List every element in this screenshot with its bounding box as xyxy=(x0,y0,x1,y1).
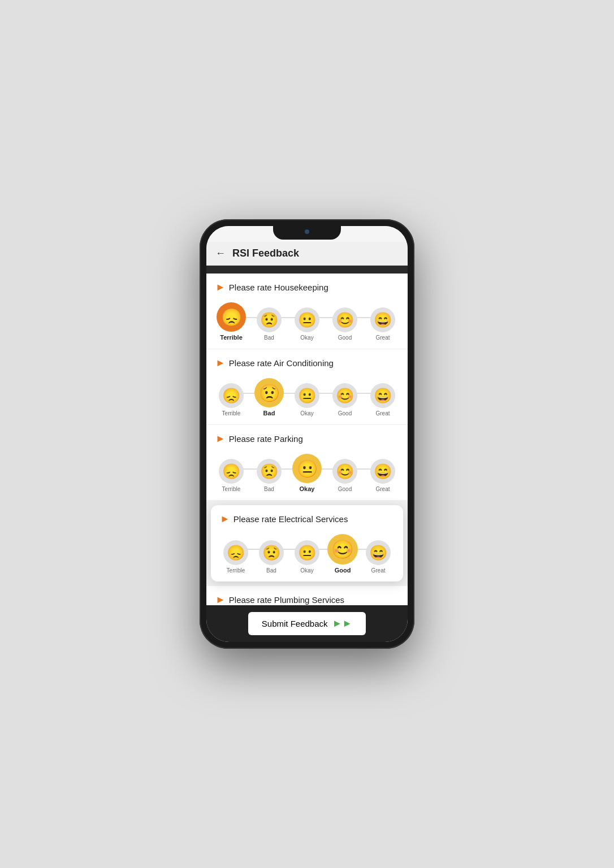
rating-okay[interactable]: 😐 Okay xyxy=(291,307,323,341)
emoji-face-bad-parking: 😟 xyxy=(257,459,282,484)
back-button[interactable]: ← xyxy=(215,248,226,259)
rating-good[interactable]: 😊 Good xyxy=(329,307,361,341)
submit-button[interactable]: Submit Feedback ►► xyxy=(248,612,366,635)
section-title-parking: ► Please rate Parking xyxy=(215,433,399,445)
emoji-label-good: Good xyxy=(338,335,352,341)
rating-terrible-ac[interactable]: 😞 Terrible xyxy=(215,383,247,416)
emoji-label-okay-elec: Okay xyxy=(300,567,313,574)
emoji-label-good-parking: Good xyxy=(338,486,352,492)
emoji-label-great: Great xyxy=(375,335,390,341)
emoji-label-great-elec: Great xyxy=(371,567,385,574)
emoji-face-great-parking: 😄 xyxy=(370,459,395,484)
emoji-face-terrible-elec: 😞 xyxy=(223,540,248,565)
section-plumbing: ► Please rate Plumbing Services 😞 Terrib… xyxy=(206,586,408,605)
rating-great-parking[interactable]: 😄 Great xyxy=(367,459,399,492)
emoji-label-good-ac: Good xyxy=(338,410,352,416)
emoji-face-terrible-ac: 😞 xyxy=(219,383,244,408)
section-housekeeping: ► Please rate Housekeeping 😞 Terrible 😟 … xyxy=(206,274,408,349)
chevron-icon-plumbing: ► xyxy=(215,594,226,605)
rating-bad-elec[interactable]: 😟 Bad xyxy=(256,540,287,574)
emoji-label-bad: Bad xyxy=(264,335,274,341)
section-electrical: ► Please rate Electrical Services 😞 Terr… xyxy=(211,505,403,581)
emoji-row-ac: 😞 Terrible 😟 Bad 😐 Okay 😊 Good xyxy=(215,376,399,419)
scroll-content[interactable]: ► Please rate Housekeeping 😞 Terrible 😟 … xyxy=(206,274,408,605)
emoji-face-good-ac: 😊 xyxy=(332,383,357,408)
emoji-row-electrical: 😞 Terrible 😟 Bad 😐 Okay 😊 xyxy=(220,532,394,576)
rating-terrible[interactable]: 😞 Terrible xyxy=(215,302,247,341)
phone-camera xyxy=(305,229,309,234)
section-title-electrical: ► Please rate Electrical Services xyxy=(220,513,394,525)
section-air-conditioning: ► Please rate Air Conditioning 😞 Terribl… xyxy=(206,349,408,425)
rating-okay-ac[interactable]: 😐 Okay xyxy=(291,383,323,416)
emoji-face-good-elec: 😊 xyxy=(327,534,358,565)
emoji-face-bad: 😟 xyxy=(257,307,282,332)
rating-great[interactable]: 😄 Great xyxy=(367,307,399,341)
emoji-face-okay-parking: 😐 xyxy=(292,454,322,483)
submit-label: Submit Feedback xyxy=(262,619,328,628)
emoji-row-parking: 😞 Terrible 😟 Bad 😐 Okay 😊 Good xyxy=(215,452,399,494)
emoji-face-okay-elec: 😐 xyxy=(295,540,319,565)
emoji-label-terrible-ac: Terrible xyxy=(222,410,241,416)
emoji-face-terrible-parking: 😞 xyxy=(219,459,244,484)
emoji-face-bad-ac: 😟 xyxy=(254,378,284,407)
section-label-parking: Please rate Parking xyxy=(229,434,303,444)
rating-great-elec[interactable]: 😄 Great xyxy=(362,540,394,574)
rating-okay-elec[interactable]: 😐 Okay xyxy=(291,540,323,574)
emoji-face-good: 😊 xyxy=(332,307,357,332)
bottom-bar: Submit Feedback ►► xyxy=(206,605,408,642)
emoji-label-okay: Okay xyxy=(300,335,313,341)
section-label-ac: Please rate Air Conditioning xyxy=(229,358,334,368)
emoji-face-bad-elec: 😟 xyxy=(259,540,284,565)
emoji-row-housekeeping: 😞 Terrible 😟 Bad 😐 Okay 😊 Good xyxy=(215,300,399,343)
rating-terrible-elec[interactable]: 😞 Terrible xyxy=(220,540,252,574)
emoji-label-okay-ac: Okay xyxy=(300,410,313,416)
rating-bad[interactable]: 😟 Bad xyxy=(253,307,285,341)
emoji-label-bad-parking: Bad xyxy=(264,486,274,492)
section-label-plumbing: Please rate Plumbing Services xyxy=(229,595,344,605)
section-label-electrical: Please rate Electrical Services xyxy=(234,514,348,524)
emoji-face-okay: 😐 xyxy=(295,307,319,332)
phone-screen: ← RSI Feedback ► Please rate Housekeepin… xyxy=(206,226,408,642)
section-title-ac: ► Please rate Air Conditioning xyxy=(215,357,399,369)
rating-bad-parking[interactable]: 😟 Bad xyxy=(253,459,285,492)
chevron-icon-ac: ► xyxy=(215,357,226,369)
emoji-label-okay-parking: Okay xyxy=(300,485,315,492)
rating-good-elec[interactable]: 😊 Good xyxy=(327,534,358,574)
emoji-label-terrible: Terrible xyxy=(220,334,243,341)
dark-bar xyxy=(206,266,408,274)
rating-great-ac[interactable]: 😄 Great xyxy=(367,383,399,416)
page-title: RSI Feedback xyxy=(232,248,299,259)
emoji-face-great: 😄 xyxy=(370,307,395,332)
submit-icon: ►► xyxy=(332,618,353,630)
chevron-icon-parking: ► xyxy=(215,433,226,445)
emoji-face-okay-ac: 😐 xyxy=(295,383,319,408)
emoji-label-terrible-parking: Terrible xyxy=(222,486,241,492)
phone-frame: ← RSI Feedback ► Please rate Housekeepin… xyxy=(200,219,414,649)
chevron-icon-electrical: ► xyxy=(220,513,230,525)
emoji-label-bad-ac: Bad xyxy=(263,410,275,416)
section-title-plumbing: ► Please rate Plumbing Services xyxy=(215,594,399,605)
emoji-face-terrible: 😞 xyxy=(217,302,246,332)
rating-good-ac[interactable]: 😊 Good xyxy=(329,383,361,416)
emoji-face-great-elec: 😄 xyxy=(366,540,391,565)
emoji-label-great-ac: Great xyxy=(375,410,390,416)
emoji-face-great-ac: 😄 xyxy=(370,383,395,408)
rating-okay-parking[interactable]: 😐 Okay xyxy=(291,454,323,492)
chevron-icon: ► xyxy=(215,281,226,293)
rating-good-parking[interactable]: 😊 Good xyxy=(329,459,361,492)
section-label-housekeeping: Please rate Housekeeping xyxy=(229,283,328,292)
emoji-label-good-elec: Good xyxy=(335,567,351,574)
section-parking: ► Please rate Parking 😞 Terrible 😟 Bad 😐… xyxy=(206,425,408,501)
emoji-label-bad-elec: Bad xyxy=(266,567,276,574)
emoji-label-terrible-elec: Terrible xyxy=(227,567,245,574)
rating-bad-ac[interactable]: 😟 Bad xyxy=(253,378,285,416)
emoji-label-great-parking: Great xyxy=(375,486,390,492)
app-header: ← RSI Feedback xyxy=(206,242,408,266)
section-title-housekeeping: ► Please rate Housekeeping xyxy=(215,281,399,293)
emoji-face-good-parking: 😊 xyxy=(332,459,357,484)
rating-terrible-parking[interactable]: 😞 Terrible xyxy=(215,459,247,492)
